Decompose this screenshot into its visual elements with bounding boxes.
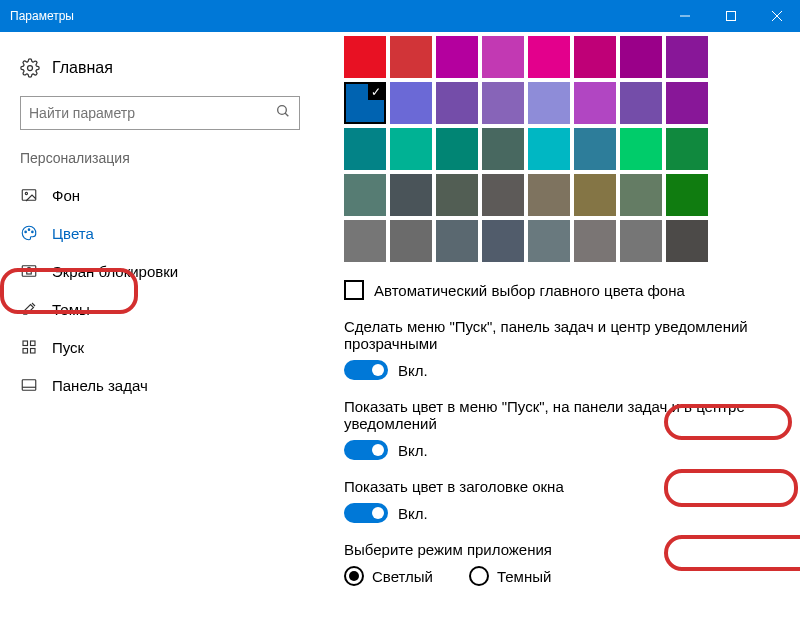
toggle-switch[interactable] [344, 360, 388, 380]
color-swatch[interactable] [620, 220, 662, 262]
color-swatch[interactable] [436, 128, 478, 170]
color-swatch[interactable] [666, 36, 708, 78]
color-swatch[interactable] [528, 128, 570, 170]
svg-rect-1 [727, 12, 736, 21]
svg-point-8 [25, 192, 27, 194]
color-swatch[interactable] [666, 220, 708, 262]
color-swatch[interactable] [574, 128, 616, 170]
sidebar-item-brush[interactable]: Темы [0, 290, 320, 328]
color-swatch[interactable] [528, 174, 570, 216]
color-swatch[interactable] [574, 174, 616, 216]
color-swatch[interactable] [390, 128, 432, 170]
color-swatch[interactable] [528, 220, 570, 262]
window-title: Параметры [0, 9, 662, 23]
sidebar-item-lock[interactable]: Экран блокировки [0, 252, 320, 290]
color-swatch[interactable] [620, 82, 662, 124]
svg-rect-13 [27, 270, 32, 274]
svg-rect-15 [31, 341, 36, 346]
color-swatch[interactable] [482, 174, 524, 216]
svg-rect-17 [31, 349, 36, 354]
color-swatch[interactable] [390, 174, 432, 216]
close-button[interactable] [754, 0, 800, 32]
sidebar-item-palette[interactable]: Цвета [0, 214, 320, 252]
color-swatch[interactable] [390, 220, 432, 262]
radio-option[interactable]: Темный [469, 566, 551, 586]
color-swatch[interactable] [344, 174, 386, 216]
color-swatch[interactable] [666, 82, 708, 124]
svg-point-4 [28, 66, 33, 71]
radio-icon [469, 566, 489, 586]
color-swatch[interactable] [620, 128, 662, 170]
svg-point-10 [28, 229, 30, 231]
color-palette: ✓ [344, 36, 776, 262]
titlebar: Параметры [0, 0, 800, 32]
svg-point-9 [25, 231, 27, 233]
radio-icon [344, 566, 364, 586]
color-swatch[interactable] [574, 82, 616, 124]
taskbar-icon [20, 376, 38, 394]
search-box[interactable] [20, 96, 300, 130]
color-swatch[interactable] [482, 82, 524, 124]
sidebar-item-label: Пуск [52, 339, 84, 356]
palette-icon [20, 224, 38, 242]
sidebar-item-taskbar[interactable]: Панель задач [0, 366, 320, 404]
svg-rect-14 [23, 341, 28, 346]
color-swatch[interactable] [666, 174, 708, 216]
grid-icon [20, 338, 38, 356]
sidebar-item-grid[interactable]: Пуск [0, 328, 320, 366]
radio-option[interactable]: Светлый [344, 566, 433, 586]
toggle-state-label: Вкл. [398, 505, 428, 522]
color-swatch[interactable] [344, 36, 386, 78]
radio-label: Светлый [372, 568, 433, 585]
check-icon: ✓ [368, 84, 384, 100]
color-swatch[interactable] [436, 174, 478, 216]
color-swatch[interactable] [436, 82, 478, 124]
color-swatch[interactable] [482, 128, 524, 170]
color-swatch[interactable] [344, 128, 386, 170]
app-mode-label: Выберите режим приложения [344, 541, 776, 558]
toggle-row: Вкл. [344, 440, 776, 460]
sidebar: Главная Персонализация ФонЦветаЭкран бло… [0, 32, 320, 631]
svg-rect-18 [22, 380, 36, 391]
color-swatch[interactable] [482, 220, 524, 262]
auto-color-row[interactable]: Автоматический выбор главного цвета фона [344, 280, 776, 300]
sidebar-item-picture[interactable]: Фон [0, 176, 320, 214]
home-link[interactable]: Главная [0, 48, 320, 96]
color-swatch[interactable] [482, 36, 524, 78]
picture-icon [20, 186, 38, 204]
search-input[interactable] [29, 105, 275, 121]
color-swatch[interactable] [666, 128, 708, 170]
color-swatch[interactable] [528, 36, 570, 78]
sidebar-item-label: Экран блокировки [52, 263, 178, 280]
brush-icon [20, 300, 38, 318]
window-controls [662, 0, 800, 32]
svg-line-6 [285, 113, 288, 116]
sidebar-item-label: Темы [52, 301, 90, 318]
toggle-switch[interactable] [344, 440, 388, 460]
color-swatch[interactable] [390, 36, 432, 78]
maximize-button[interactable] [708, 0, 754, 32]
svg-rect-16 [23, 349, 28, 354]
gear-icon [20, 58, 40, 78]
color-swatch[interactable] [528, 82, 570, 124]
color-swatch[interactable] [620, 174, 662, 216]
color-swatch[interactable] [436, 36, 478, 78]
color-swatch[interactable]: ✓ [344, 82, 386, 124]
home-label: Главная [52, 59, 113, 77]
color-swatch[interactable] [620, 36, 662, 78]
radio-label: Темный [497, 568, 551, 585]
toggle-row: Вкл. [344, 503, 776, 523]
toggle-switch[interactable] [344, 503, 388, 523]
color-swatch[interactable] [344, 220, 386, 262]
toggle-state-label: Вкл. [398, 362, 428, 379]
minimize-button[interactable] [662, 0, 708, 32]
main-panel: ✓ Автоматический выбор главного цвета фо… [320, 32, 800, 631]
lock-icon [20, 262, 38, 280]
color-swatch[interactable] [390, 82, 432, 124]
color-swatch[interactable] [436, 220, 478, 262]
color-swatch[interactable] [574, 220, 616, 262]
sidebar-item-label: Панель задач [52, 377, 148, 394]
app-mode-radios: СветлыйТемный [344, 566, 776, 586]
color-swatch[interactable] [574, 36, 616, 78]
checkbox-icon[interactable] [344, 280, 364, 300]
